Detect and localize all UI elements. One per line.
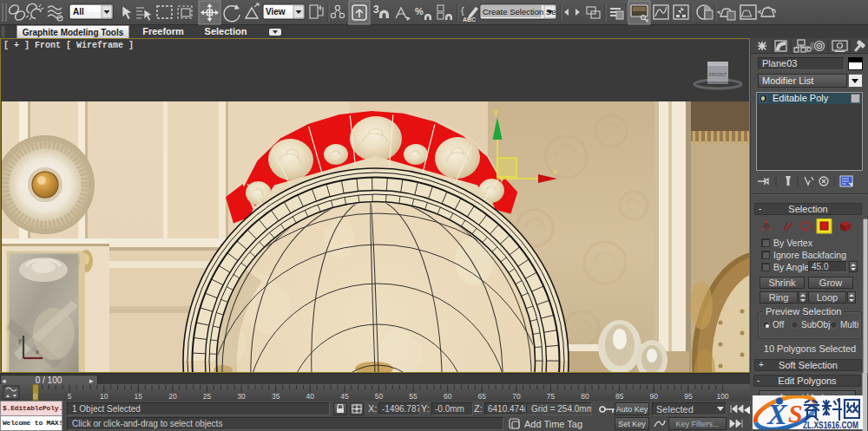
svg-text:15: 15 [135, 392, 143, 401]
svg-text:60: 60 [444, 392, 452, 401]
svg-text:ABC: ABC [463, 16, 476, 23]
svg-text:20: 20 [168, 392, 177, 401]
svg-text:25: 25 [203, 392, 212, 401]
svg-text:30: 30 [237, 392, 246, 401]
svg-text:y: y [18, 336, 22, 344]
svg-text:X: X [766, 398, 788, 429]
svg-text:70: 70 [512, 392, 521, 401]
svg-text:35: 35 [272, 392, 280, 401]
svg-text:75: 75 [547, 392, 556, 401]
svg-text:85: 85 [615, 392, 624, 401]
svg-text:All: All [73, 7, 84, 16]
svg-text:x: x [553, 167, 557, 176]
svg-text:40: 40 [306, 392, 315, 401]
svg-text:0: 0 [33, 392, 37, 401]
svg-text:95: 95 [684, 392, 693, 401]
svg-text:S: S [788, 399, 803, 428]
svg-text:5: 5 [68, 392, 72, 401]
svg-text:80: 80 [581, 392, 589, 401]
svg-text:%: % [415, 6, 424, 16]
svg-text:55: 55 [409, 392, 418, 401]
svg-text:3: 3 [373, 3, 379, 16]
svg-text:100: 100 [716, 392, 728, 401]
svg-text:65: 65 [478, 392, 487, 401]
svg-text:x: x [36, 348, 39, 356]
svg-text:50: 50 [375, 392, 384, 401]
svg-text:Create Selection Se: Create Selection Se [483, 7, 556, 16]
svg-text:45: 45 [340, 392, 349, 401]
svg-text:{: { [461, 5, 464, 16]
svg-text:FRONT: FRONT [709, 72, 727, 77]
svg-text:90: 90 [650, 392, 659, 401]
svg-text:y: y [494, 108, 498, 116]
svg-text:View: View [266, 7, 286, 16]
svg-text:ZL.XS1616.COM: ZL.XS1616.COM [803, 420, 858, 429]
svg-text:10: 10 [100, 392, 108, 401]
